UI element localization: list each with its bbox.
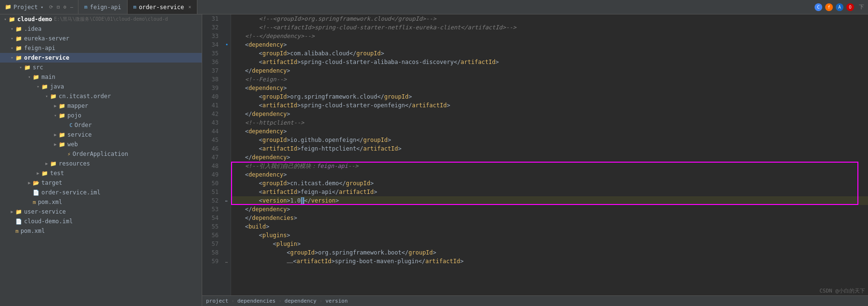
- code-line-31: <!--<groupId>org.springframework.cloud</…: [231, 14, 868, 23]
- arrow-user-service: ▶: [9, 209, 15, 214]
- tree-item-mapper[interactable]: ▶ 📁 mapper: [0, 101, 202, 111]
- folder-icon-resources: 📁: [50, 161, 57, 167]
- project-label: Project: [13, 4, 38, 11]
- folder-icon-order-service: 📁: [15, 55, 22, 61]
- arrow-pojo: ▾: [52, 113, 59, 118]
- tree-item-java[interactable]: ▾ 📁 java: [0, 82, 202, 91]
- tree-item-feign-api[interactable]: ▾ 📁 feign-api: [0, 43, 202, 53]
- code-line-46: <artifactId>feign-httpclient</artifactId…: [231, 144, 868, 153]
- code-line-47: </dependency>: [231, 153, 868, 162]
- firefox-icon[interactable]: f: [825, 3, 833, 11]
- arrow-idea: ▾: [9, 26, 15, 31]
- breadcrumb-dependencies: dependencies: [237, 298, 275, 304]
- label-pom-order: pom.xml: [38, 199, 63, 205]
- file-tree: ▾ 📁 cloud-demo E:\黑马\微服务\CODE\01\cloud-d…: [0, 14, 202, 306]
- java-main-icon-order-app: ⚡: [67, 151, 71, 157]
- status-bar: project › dependencies › dependency › ve…: [202, 295, 868, 306]
- label-target: target: [41, 179, 62, 186]
- iml-icon: 📄: [33, 190, 39, 196]
- tree-item-web[interactable]: ▶ 📁 web: [0, 140, 202, 149]
- tab-icon-feign-api: m: [84, 4, 88, 10]
- tree-item-cn-itcast-order[interactable]: ▾ 📁 cn.itcast.order: [0, 91, 202, 101]
- code-lines-wrapper: <!--<groupId>org.springframework.cloud</…: [231, 14, 868, 266]
- code-line-38: <!--Feign-->: [231, 75, 868, 84]
- label-test: test: [50, 170, 64, 177]
- tab-order-service[interactable]: m order-service ×: [128, 0, 198, 14]
- xml-icon-pom-order: m: [33, 199, 36, 205]
- code-content: <!--<groupId>org.springframework.cloud</…: [231, 14, 868, 295]
- code-line-50: <groupId>cn.itcast.demo</groupId>: [231, 179, 868, 188]
- arrow-cn-itcast: ▾: [43, 94, 50, 99]
- top-bar-actions-minimize[interactable]: —: [70, 4, 73, 10]
- folder-icon-eureka: 📁: [15, 36, 22, 42]
- code-line-39: <dependency>: [231, 84, 868, 92]
- line-numbers: 3132333435 3637383940 4142434445 4647484…: [202, 14, 222, 295]
- ie-icon[interactable]: A: [836, 3, 843, 11]
- xml-icon-pom-root: m: [15, 228, 19, 234]
- arrow-feign-api: ▾: [9, 46, 15, 51]
- arrow-resources: ▶: [43, 161, 50, 166]
- tree-item-user-service[interactable]: ▶ 📁 user-service: [0, 207, 202, 217]
- editor-area: 3132333435 3637383940 4142434445 4647484…: [202, 14, 868, 306]
- arrow-service: ▶: [52, 132, 59, 137]
- tree-item-resources[interactable]: ▶ 📁 resources: [0, 159, 202, 168]
- tree-item-order-service-iml[interactable]: 📄 order-service.iml: [0, 188, 202, 197]
- label-pom-root: pom.xml: [21, 228, 45, 234]
- tree-item-pom-root[interactable]: m pom.xml: [0, 226, 202, 236]
- tree-item-main[interactable]: ▾ 📁 main: [0, 72, 202, 82]
- label-resources: resources: [59, 160, 90, 167]
- opera-icon[interactable]: O: [846, 3, 854, 11]
- chrome-icon[interactable]: C: [815, 3, 822, 11]
- project-folder-icon: 📁: [5, 4, 12, 10]
- tree-item-pom-order[interactable]: m pom.xml: [0, 197, 202, 207]
- tree-item-test[interactable]: ▶ 📁 test: [0, 168, 202, 178]
- code-line-52: <version>1.0|</version>: [231, 196, 868, 205]
- tree-item-src[interactable]: ▾ 📁 src: [0, 63, 202, 72]
- label-order: Order: [75, 122, 92, 128]
- tree-item-idea[interactable]: ▾ 📁 .idea: [0, 24, 202, 34]
- tree-item-eureka-server[interactable]: ▾ 📁 eureka-server: [0, 34, 202, 43]
- tab-feign-api[interactable]: m feign-api: [78, 0, 128, 14]
- code-line-35: <groupId>com.alibaba.cloud</groupId>: [231, 49, 868, 58]
- label-user-service: user-service: [24, 208, 66, 215]
- breadcrumb-sep-2: ›: [278, 298, 282, 304]
- arrow-order-service: ▾: [9, 55, 15, 60]
- top-bar-actions-sync[interactable]: ⟳: [49, 4, 53, 10]
- project-title[interactable]: 📁 Project ▾ ⟳ ⊟ ⚙ —: [0, 0, 78, 14]
- folder-icon-user-service: 📁: [15, 209, 22, 215]
- code-line-58: <groupId>org.springframework.boot</group…: [231, 248, 868, 257]
- tree-item-order-application[interactable]: ⚡ OrderApplication: [0, 149, 202, 159]
- label-pojo: pojo: [67, 112, 81, 119]
- tree-item-order-service[interactable]: ▾ 📁 order-service: [0, 53, 202, 63]
- tree-item-cloud-demo[interactable]: ▾ 📁 cloud-demo E:\黑马\微服务\CODE\01\cloud-d…: [0, 14, 202, 24]
- cloud-demo-path: E:\黑马\微服务\CODE\01\cloud-demo\cloud-d: [54, 16, 168, 23]
- project-dropdown-arrow[interactable]: ▾: [41, 5, 43, 10]
- label-cloud-demo-iml: cloud-demo.iml: [24, 218, 73, 225]
- folder-icon-feign-api: 📁: [15, 45, 22, 51]
- tree-item-cloud-demo-iml[interactable]: 📄 cloud-demo.iml: [0, 217, 202, 226]
- java-class-icon-order: C: [69, 122, 73, 128]
- folder-icon-pojo: 📁: [59, 113, 65, 119]
- tab-close-order-service[interactable]: ×: [188, 4, 191, 10]
- code-line-56: <plugins>: [231, 231, 868, 240]
- tree-item-pojo[interactable]: ▾ 📁 pojo: [0, 111, 202, 120]
- label-order-application: OrderApplication: [73, 151, 129, 157]
- top-bar-actions-settings[interactable]: ⚙: [64, 4, 66, 10]
- label-cloud-demo: cloud-demo: [17, 16, 52, 23]
- code-line-54: </dependencies>: [231, 214, 868, 222]
- folder-icon-main: 📁: [33, 74, 39, 80]
- code-line-41: <artifactId>spring-cloud-starter-openfei…: [231, 101, 868, 110]
- code-line-36: <artifactId>spring-cloud-starter-alibaba…: [231, 58, 868, 66]
- code-line-33: <!--</dependency>-->: [231, 32, 868, 40]
- tree-item-service[interactable]: ▶ 📁 service: [0, 130, 202, 140]
- tree-item-target[interactable]: ▶ 📂 target: [0, 178, 202, 188]
- folder-icon-target: 📂: [33, 180, 39, 186]
- arrow-java: ▾: [35, 84, 41, 89]
- tree-item-order-class[interactable]: C Order: [0, 120, 202, 130]
- top-bar-actions-collapse[interactable]: ⊟: [57, 4, 60, 10]
- code-line-55: <build>: [231, 222, 868, 231]
- code-line-42: </dependency>: [231, 110, 868, 118]
- folder-icon-service: 📁: [59, 132, 65, 138]
- editor-content: 3132333435 3637383940 4142434445 4647484…: [202, 14, 868, 295]
- code-line-53: </dependency>: [231, 205, 868, 214]
